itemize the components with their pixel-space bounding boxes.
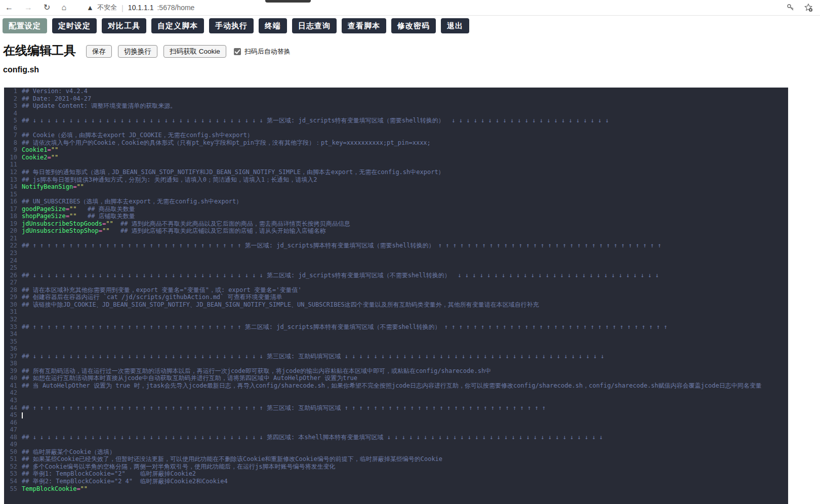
home-icon[interactable]: ⌂ (61, 4, 66, 12)
code-line[interactable]: 53## 举例1: TempBlockCookie="2" 临时屏蔽掉Cooki… (4, 470, 788, 478)
line-number: 6 (4, 124, 17, 132)
code-line[interactable]: 27 (4, 279, 788, 286)
address-bar[interactable]: ▲ 不安全 | 10.1.1.1:5678/home (87, 3, 194, 12)
scan-cookie-button[interactable]: 扫码获取 Cookie (163, 45, 226, 58)
code-line[interactable]: 52## 多个Cookie编号以半角的空格分隔，两侧一对半角双引号，使用此功能后… (4, 463, 788, 471)
code-line[interactable]: 2## Date: 2021-04-27 (4, 95, 788, 103)
code-line[interactable]: 32 (4, 316, 788, 323)
browser-chrome: ← → ↻ ⌂ ▲ 不安全 | 10.1.1.1:5678/home (0, 0, 820, 16)
nav-button[interactable]: 日志查询 (292, 18, 337, 33)
line-number: 29 (4, 293, 17, 301)
code-line[interactable]: 36 (4, 345, 788, 353)
line-number: 49 (4, 441, 17, 448)
code-line[interactable]: 18shopPageSize="" ## 店铺取关数量 (4, 213, 788, 220)
line-number: 34 (4, 330, 17, 338)
line-number: 10 (4, 154, 17, 161)
code-line[interactable]: 20jdUnsubscribeStopShop="" ## 遇到此店铺不再取关此… (4, 227, 788, 235)
code-line[interactable]: 50## 临时屏蔽某个Cookie（选填） (4, 448, 788, 456)
code-editor[interactable]: 1## Version: v4.2.42## Date: 2021-04-273… (4, 88, 788, 504)
back-arrow-icon[interactable]: ← (5, 4, 13, 12)
code-line[interactable]: 26## ↓ ↓ ↓ ↓ ↓ ↓ ↓ ↓ ↓ ↓ ↓ ↓ ↓ ↓ ↓ ↓ ↓ ↓… (4, 272, 788, 279)
line-number: 54 (4, 478, 17, 485)
code-line[interactable]: 28## 请在本区域补充其他你需要用到变量，export 变量名="变量值"，或… (4, 286, 788, 294)
code-line[interactable]: 10Cookie2="" (4, 154, 788, 161)
code-line[interactable]: 4 (4, 110, 788, 117)
warning-triangle-icon: ▲ (87, 4, 94, 11)
code-line[interactable]: 38 (4, 360, 788, 367)
favorite-star-add-icon[interactable] (804, 3, 813, 12)
line-number: 2 (4, 95, 17, 103)
code-line[interactable]: 13## js脚本每日签到提供3种通知方式，分别为: 关闭通知，请填入0；简洁通… (4, 176, 788, 184)
nav-button[interactable]: 配置设定 (3, 18, 47, 33)
code-line[interactable]: 54## 举例2: TempBlockCookie="2 4" 临时屏蔽掉Coo… (4, 478, 788, 485)
code-line[interactable]: 39## 所有互助码活动，请在运行过一次需要互助的活动脚本以后，再运行一次jco… (4, 367, 788, 375)
code-line[interactable]: 33## ↑ ↑ ↑ ↑ ↑ ↑ ↑ ↑ ↑ ↑ ↑ ↑ ↑ ↑ ↑ ↑ ↑ ↑… (4, 323, 788, 331)
nav-button[interactable]: 自定义脚本 (151, 18, 204, 33)
code-line[interactable]: 15 (4, 191, 788, 198)
line-number: 23 (4, 249, 17, 257)
code-line[interactable]: 23 (4, 249, 788, 257)
code-line[interactable]: 46 (4, 419, 788, 427)
nav-button[interactable]: 查看脚本 (342, 18, 386, 33)
code-line[interactable]: 48## ↓ ↓ ↓ ↓ ↓ ↓ ↓ ↓ ↓ ↓ ↓ ↓ ↓ ↓ ↓ ↓ ↓ ↓… (4, 434, 788, 441)
code-line[interactable]: 1## Version: v4.2.4 (4, 88, 788, 95)
line-number: 43 (4, 397, 17, 404)
line-number: 52 (4, 463, 17, 471)
save-button[interactable]: 保存 (86, 45, 112, 58)
key-icon[interactable] (787, 4, 795, 12)
code-line[interactable]: 24 (4, 257, 788, 265)
code-line[interactable]: 29## 创建容器后在容器内运行 `cat /jd/scripts/github… (4, 293, 788, 301)
code-line[interactable]: 19jdUnsubscribeStopGoods="" ## 遇到此商品不再取关… (4, 220, 788, 228)
nav-button[interactable]: 退出 (441, 18, 469, 33)
code-line[interactable]: 37## ↓ ↓ ↓ ↓ ↓ ↓ ↓ ↓ ↓ ↓ ↓ ↓ ↓ ↓ ↓ ↓ ↓ ↓… (4, 353, 788, 360)
code-line[interactable]: 30## 该链接中除JD_COOKIE、JD_BEAN_SIGN_STOP_NO… (4, 301, 788, 309)
code-line[interactable]: 17goodPageSize="" ## 商品取关数量 (4, 205, 788, 213)
code-line[interactable]: 45 (4, 411, 788, 419)
code-line[interactable]: 16## UN_SUBSCRIBES（选填，由脚本去export，无需在conf… (4, 198, 788, 205)
code-line[interactable]: 8## 请依次填入每个用户的Cookie，Cookie的具体形式（只有pt_ke… (4, 139, 788, 147)
code-line[interactable]: 7## Cookie（必填，由脚本去export JD_COOKIE，无需在co… (4, 132, 788, 139)
code-line[interactable]: 6 (4, 124, 788, 132)
nav-button[interactable]: 修改密码 (391, 18, 436, 33)
code-line[interactable]: 22## ↑ ↑ ↑ ↑ ↑ ↑ ↑ ↑ ↑ ↑ ↑ ↑ ↑ ↑ ↑ ↑ ↑ ↑… (4, 242, 788, 249)
url-host[interactable]: 10.1.1.1 (128, 4, 154, 12)
code-line[interactable]: 43 (4, 397, 788, 404)
code-line[interactable]: 40## 如想在运行互助活动脚本时直接从jcode中自动获取互助码并进行互助，请… (4, 374, 788, 382)
code-line[interactable]: 44## ↑ ↑ ↑ ↑ ↑ ↑ ↑ ↑ ↑ ↑ ↑ ↑ ↑ ↑ ↑ ↑ ↑ ↑… (4, 404, 788, 412)
code-line[interactable]: 25 (4, 264, 788, 272)
nav-button[interactable]: 终端 (259, 18, 287, 33)
line-number: 16 (4, 198, 17, 205)
code-line[interactable]: 47 (4, 426, 788, 434)
code-line[interactable]: 34 (4, 330, 788, 338)
nav-button[interactable]: 手动执行 (209, 18, 254, 33)
code-line[interactable]: 14NotifyBeanSign="" (4, 183, 788, 191)
code-line[interactable]: 3## Update Content: 调整环境变量清单的获取来源。 (4, 102, 788, 110)
code-line[interactable]: 42 (4, 389, 788, 397)
auto-replace-checkbox[interactable] (234, 48, 241, 55)
reload-icon[interactable]: ↻ (44, 4, 50, 12)
code-line[interactable]: 9Cookie1="" (4, 146, 788, 154)
code-line[interactable]: 21 (4, 235, 788, 242)
code-line[interactable]: 51## 如果某些Cookie已经失效了，但暂时还没法更新，可以使用此功能在不删… (4, 455, 788, 463)
line-number: 21 (4, 235, 17, 242)
code-line[interactable]: 11 (4, 161, 788, 169)
url-path[interactable]: :5678/home (157, 4, 194, 12)
nav-button[interactable]: 定时设定 (52, 18, 97, 33)
code-line[interactable]: 55TempBlockCookie="" (4, 485, 788, 493)
toggle-wrap-button[interactable]: 切换换行 (118, 45, 157, 58)
code-line[interactable]: 49 (4, 441, 788, 448)
forward-arrow-icon[interactable]: → (24, 4, 32, 12)
code-line[interactable]: 41## 当 AutoHelpOther 设置为 true 时，jtask会先导… (4, 382, 788, 390)
nav-button[interactable]: 对比工具 (102, 18, 146, 33)
code-line[interactable]: 5## ↓ ↓ ↓ ↓ ↓ ↓ ↓ ↓ ↓ ↓ ↓ ↓ ↓ ↓ ↓ ↓ ↓ ↓ … (4, 117, 788, 124)
line-number: 45 (4, 411, 17, 419)
security-label[interactable]: 不安全 (97, 3, 117, 12)
main-nav: 配置设定定时设定对比工具自定义脚本手动执行终端日志查询查看脚本修改密码退出 (3, 18, 469, 33)
code-line[interactable]: 31 (4, 308, 788, 316)
line-number: 19 (4, 220, 17, 228)
line-number: 25 (4, 264, 17, 272)
line-number: 9 (4, 146, 17, 154)
code-line[interactable]: 12## 每日签到的通知形式（选填，JD_BEAN_SIGN_STOP_NOTI… (4, 169, 788, 176)
code-line[interactable]: 35 (4, 338, 788, 346)
line-number: 55 (4, 485, 17, 493)
